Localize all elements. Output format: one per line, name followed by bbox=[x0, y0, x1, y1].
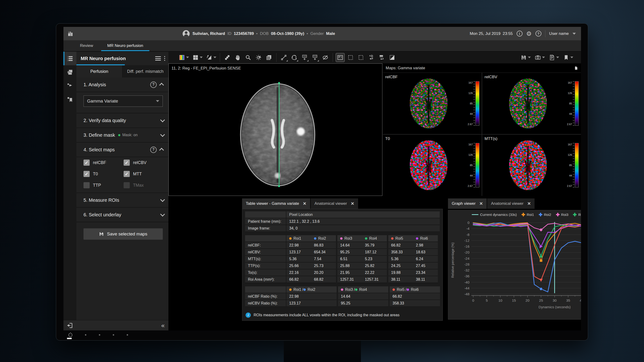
chevron-down-icon[interactable] bbox=[160, 197, 165, 202]
select-frame-icon[interactable] bbox=[346, 53, 355, 62]
zoom-magnifier-icon[interactable] bbox=[244, 53, 253, 62]
tab-perfusion[interactable]: Perfusion bbox=[76, 65, 122, 77]
help-icon[interactable]: ? bbox=[150, 81, 157, 88]
chevron-up-icon[interactable] bbox=[159, 148, 164, 152]
checkbox-label: T0 bbox=[93, 172, 98, 177]
checkbox-ttp[interactable]: TTP bbox=[84, 182, 124, 188]
flip-rotate-icon[interactable] bbox=[205, 53, 214, 62]
save-selected-maps-button[interactable]: Save selected maps bbox=[84, 228, 163, 240]
tab-mr-neuro-perfusion[interactable]: MR Neuro perfusion bbox=[100, 40, 150, 51]
maps-title: Maps: Gamma variate bbox=[386, 66, 425, 70]
legend-roi4: Roi4 bbox=[573, 213, 581, 217]
layout-grid-icon[interactable] bbox=[191, 53, 200, 62]
section-measure-rois[interactable]: 5. Measure ROIs bbox=[76, 193, 168, 208]
snapshot-camera-icon[interactable] bbox=[533, 53, 542, 62]
measure-line-icon[interactable] bbox=[279, 53, 288, 62]
roi-column-header: Roi6 bbox=[413, 235, 438, 242]
close-icon[interactable]: ✕ bbox=[351, 201, 354, 206]
chevron-down-icon[interactable] bbox=[160, 132, 165, 137]
info-overlay-icon[interactable] bbox=[336, 53, 345, 62]
map-viewport-mtts[interactable]: MTT(s)16712685442.67 bbox=[482, 135, 581, 196]
divider bbox=[545, 30, 546, 37]
colorbar-tick-label: 167 bbox=[468, 143, 473, 146]
section-analysis[interactable]: 1. Analysis ? bbox=[76, 77, 168, 92]
roi-color-dot bbox=[289, 289, 292, 291]
map-viewport-t0[interactable]: T016712685442.67 bbox=[383, 135, 482, 196]
legend-roi1: Roi1 bbox=[522, 213, 534, 217]
help-icon[interactable]: ? bbox=[536, 31, 542, 36]
roi-color-dot bbox=[340, 237, 342, 240]
settings-gear-icon[interactable]: ⚙ bbox=[526, 31, 532, 37]
chevron-down-icon[interactable] bbox=[160, 118, 165, 122]
report-document-icon[interactable] bbox=[548, 53, 556, 62]
section-verify-data-quality[interactable]: 2. Verify data quality bbox=[76, 113, 168, 128]
coordinates-xyz-icon[interactable] bbox=[310, 53, 320, 62]
analysis-model-dropdown[interactable]: Gamma Variate bbox=[84, 95, 163, 107]
dropdown-value: Gamma Variate bbox=[87, 98, 118, 104]
svg-text:-32: -32 bbox=[464, 268, 470, 272]
tab-review[interactable]: Review bbox=[73, 40, 100, 51]
colormap-icon[interactable] bbox=[178, 53, 186, 62]
colorbar-tick-label: 2.67 bbox=[468, 123, 473, 126]
user-menu-label[interactable]: User name bbox=[549, 31, 569, 36]
chevron-down-icon[interactable] bbox=[572, 33, 576, 35]
pan-hand-icon[interactable] bbox=[233, 53, 242, 62]
close-icon[interactable]: ✕ bbox=[303, 201, 306, 206]
checkbox-t0[interactable]: ✓T0 bbox=[84, 171, 124, 177]
kebab-menu-icon[interactable] bbox=[164, 56, 165, 61]
chevron-down-icon bbox=[528, 56, 531, 58]
sync-window-level-icon[interactable] bbox=[377, 53, 386, 62]
app-logo-icon bbox=[67, 31, 73, 37]
help-icon[interactable]: ? bbox=[150, 147, 157, 153]
window-level-sun-icon[interactable] bbox=[254, 53, 263, 62]
tab-table-viewer-gamma-variate[interactable]: Table viewer - Gamma variate✕ bbox=[242, 198, 310, 209]
chevron-down-icon[interactable] bbox=[160, 212, 165, 217]
info-icon[interactable]: i bbox=[516, 31, 522, 36]
pixel-value-123-icon[interactable] bbox=[300, 53, 309, 62]
row-label: Image frame: bbox=[245, 225, 286, 232]
section-select-underlay[interactable]: 6. Select underlay bbox=[76, 208, 168, 222]
save-disk-icon[interactable] bbox=[519, 53, 528, 62]
select-frame-2-icon[interactable] bbox=[356, 53, 366, 62]
invert-contrast-icon[interactable] bbox=[388, 53, 396, 62]
map-viewport-relcbf[interactable]: relCBF16712685442.67 bbox=[383, 73, 482, 134]
checkbox-mtt[interactable]: ✓MTT bbox=[124, 171, 164, 177]
checkbox-tmax[interactable]: TMax bbox=[124, 182, 164, 188]
bookmarks-icon[interactable] bbox=[64, 93, 76, 106]
tab-diff-perf-mismatch[interactable]: Diff. perf. mismatch bbox=[122, 65, 168, 77]
clone-layers-icon[interactable] bbox=[264, 53, 274, 62]
collapse-panel-icon[interactable]: « bbox=[161, 323, 165, 329]
bookmark-ribbon-icon[interactable] bbox=[562, 53, 571, 62]
patient-dob-label: DOB bbox=[260, 31, 269, 36]
chevron-down-icon bbox=[214, 56, 216, 58]
tab-graph-viewer[interactable]: Graph viewer✕ bbox=[448, 198, 487, 209]
list-icon[interactable] bbox=[155, 56, 161, 60]
layouts-icon[interactable] bbox=[64, 65, 76, 79]
ratio-value: 123.17 bbox=[286, 300, 337, 307]
checkbox-relcbf[interactable]: ✓relCBF bbox=[84, 160, 124, 166]
app-window: Sulivian, Richard ID 123456789 • DOB 08-… bbox=[64, 27, 581, 331]
export-icon[interactable] bbox=[66, 322, 73, 329]
stack-scroll-icon[interactable] bbox=[223, 53, 232, 62]
section-select-maps[interactable]: 4. Select maps ? bbox=[76, 143, 168, 157]
freehand-roi-icon[interactable] bbox=[290, 53, 299, 62]
sync-pan-zoom-icon[interactable] bbox=[367, 53, 376, 62]
svg-text:-44: -44 bbox=[464, 286, 470, 290]
main-image-viewport[interactable]: 11, 2: Reg - FE_EPI_Perfsuion SENSE bbox=[168, 63, 382, 196]
colorbar-labels: 16712685442.67 bbox=[567, 81, 573, 126]
maps-menu-icon[interactable] bbox=[574, 66, 578, 70]
section-define-mask[interactable]: 3. Define mask Mask: on bbox=[76, 128, 168, 143]
tab-anatomical-viewer[interactable]: Anatomical viewer✕ bbox=[311, 198, 358, 209]
colorbar-tick-label: 126 bbox=[568, 153, 572, 156]
chevron-up-icon[interactable] bbox=[159, 83, 164, 87]
tab-label: Anatomical viewer bbox=[314, 201, 347, 206]
flag-icon[interactable] bbox=[64, 79, 76, 93]
checkbox-relcbv[interactable]: ✓relCBV bbox=[124, 160, 164, 166]
svg-text:-8: -8 bbox=[466, 233, 470, 237]
map-viewport-relcbv[interactable]: relCBV16712685442.67 bbox=[482, 73, 581, 134]
close-icon[interactable]: ✕ bbox=[527, 201, 531, 206]
close-icon[interactable]: ✕ bbox=[479, 201, 483, 206]
tab-anatomical-viewer[interactable]: Anatomical viewer✕ bbox=[487, 198, 534, 209]
workflow-list-icon[interactable] bbox=[64, 52, 76, 65]
hide-annotations-icon[interactable] bbox=[321, 53, 330, 62]
